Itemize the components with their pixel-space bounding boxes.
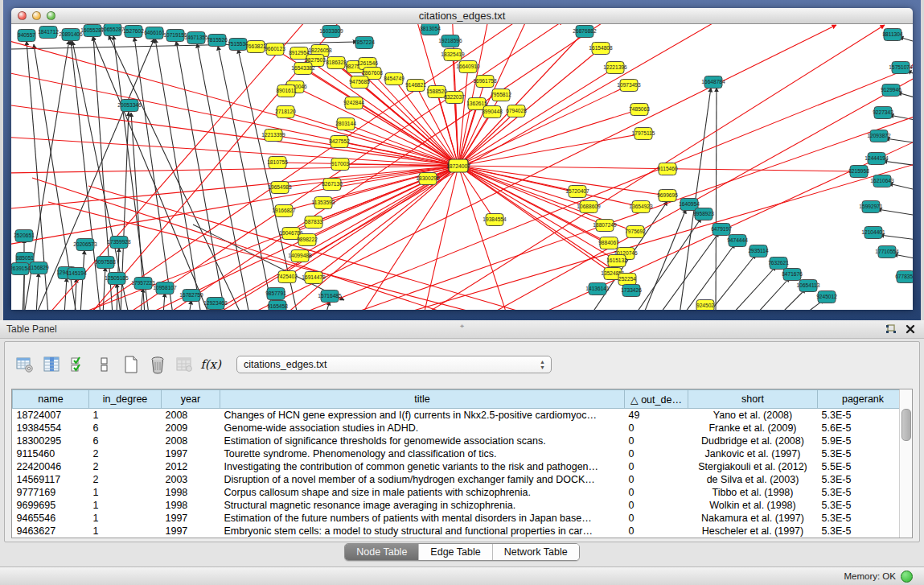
table-cell[interactable]: Franke et al. (2009): [688, 422, 818, 435]
graph-node[interactable]: 9242844: [343, 97, 364, 109]
graph-node[interactable]: 6479197: [711, 224, 732, 236]
table-cell[interactable]: de Silva et al. (2003): [688, 473, 818, 486]
tab-network-table[interactable]: Network Table: [492, 544, 579, 560]
graph-node[interactable]: 8811304: [882, 29, 903, 41]
table-cell[interactable]: Embryonic stem cells: a model to study s…: [220, 525, 625, 538]
graph-node[interactable]: 10958107: [153, 282, 177, 295]
column-header-pagerank[interactable]: pagerank: [818, 390, 909, 409]
graph-node[interactable]: 10655287: [101, 24, 125, 36]
graph-node[interactable]: 7485063: [629, 104, 650, 116]
graph-node[interactable]: 18807249: [593, 220, 617, 232]
graph-node[interactable]: 13654923: [629, 201, 653, 213]
delete-table-icon[interactable]: [172, 352, 196, 377]
table-cell[interactable]: 1: [89, 499, 162, 512]
table-cell[interactable]: 49: [625, 409, 688, 422]
table-row[interactable]: 1938455462009Genome-wide association stu…: [13, 422, 909, 435]
table-cell[interactable]: Structural magnetic resonance image aver…: [220, 499, 625, 512]
new-table-icon[interactable]: [119, 352, 143, 377]
graph-node[interactable]: 16648784: [701, 76, 725, 89]
table-scrollbar[interactable]: [899, 389, 912, 538]
graph-node[interactable]: 587833: [305, 216, 322, 229]
graph-node[interactable]: 15720407: [565, 186, 589, 198]
graph-node[interactable]: 8471676: [782, 269, 803, 281]
graph-node[interactable]: 12505185: [105, 273, 129, 285]
graph-node[interactable]: 12221396: [603, 62, 627, 74]
table-cell[interactable]: Wolkin et al. (1998): [688, 499, 818, 512]
graph-node[interactable]: 16782759: [179, 290, 203, 302]
graph-node[interactable]: 1733426: [621, 285, 642, 297]
unselect-all-icon[interactable]: [92, 352, 117, 377]
table-cell[interactable]: Disruption of a novel member of a sodium…: [220, 473, 625, 486]
graph-node[interactable]: 8427552: [329, 136, 350, 148]
table-row[interactable]: 969969511998Structural magnetic resonanc…: [13, 499, 909, 512]
graph-node[interactable]: 9115460: [657, 163, 678, 175]
table-cell[interactable]: 0: [625, 473, 688, 486]
table-cell[interactable]: 1997: [162, 525, 220, 538]
graph-node[interactable]: 20891406: [59, 29, 83, 41]
column-header-short[interactable]: short: [688, 390, 818, 409]
graph-node[interactable]: 2803144: [335, 118, 356, 130]
graph-node[interactable]: 9227343: [873, 107, 893, 119]
select-all-icon[interactable]: [66, 352, 90, 377]
table-cell[interactable]: 5.3E-5: [818, 499, 909, 512]
graph-node[interactable]: 17710554: [875, 246, 899, 258]
table-cell[interactable]: 1997: [162, 512, 220, 525]
table-cell[interactable]: 5.9E-5: [818, 435, 909, 447]
graph-node[interactable]: 1527602: [123, 26, 144, 38]
table-settings-icon[interactable]: [13, 352, 37, 377]
table-cell[interactable]: 5.3E-5: [818, 525, 909, 538]
zoom-window-button[interactable]: [47, 11, 55, 20]
graph-node[interactable]: 19384554: [483, 214, 507, 226]
graph-node[interactable]: 8990448: [482, 106, 503, 118]
table-row[interactable]: 2242004622012Investigating the contribut…: [13, 460, 909, 473]
table-cell[interactable]: 9699695: [13, 499, 89, 512]
table-cell[interactable]: 18724007: [13, 409, 89, 422]
graph-node[interactable]: 8958923: [693, 208, 714, 220]
graph-node[interactable]: 9857791: [265, 288, 286, 300]
graph-node[interactable]: 1810755: [267, 157, 288, 169]
graph-node[interactable]: 9097588: [95, 257, 116, 269]
graph-node[interactable]: 10654113: [797, 280, 820, 292]
close-panel-icon[interactable]: [903, 323, 918, 336]
panel-resize-handle[interactable]: ⌖: [460, 322, 464, 331]
graph-node[interactable]: 2935114: [748, 245, 769, 257]
graph-node[interactable]: 20053346: [117, 100, 142, 112]
graph-node[interactable]: 15716485: [318, 290, 342, 303]
table-row[interactable]: 946554611997Estimation of the future num…: [13, 512, 909, 525]
graph-node[interactable]: 924502: [696, 300, 714, 311]
memory-status-indicator[interactable]: [901, 571, 913, 583]
graph-node[interactable]: 14136141: [585, 283, 610, 295]
graph-node[interactable]: 19218596: [438, 35, 462, 47]
table-cell[interactable]: Investigating the contribution of common…: [220, 460, 625, 473]
table-cell[interactable]: Tourette syndrome. Phenomenology and cla…: [220, 447, 625, 460]
graph-node[interactable]: 9129946: [881, 84, 901, 97]
table-cell[interactable]: 2003: [162, 473, 220, 486]
network-window-titlebar[interactable]: citations_edges.txt: [11, 8, 913, 24]
table-cell[interactable]: 14569117: [13, 473, 89, 486]
table-cell[interactable]: 1: [89, 486, 162, 499]
table-cell[interactable]: 19384554: [13, 422, 89, 435]
tab-node-table[interactable]: Node Table: [345, 544, 418, 560]
table-cell[interactable]: 2: [89, 473, 162, 486]
table-cell[interactable]: 2008: [162, 435, 220, 447]
table-cell[interactable]: 5.3E-5: [818, 512, 909, 525]
graph-node[interactable]: 940557: [18, 30, 35, 42]
table-row[interactable]: 977716911998Corpus callosum shape and si…: [13, 486, 909, 499]
table-cell[interactable]: Changes of HCN gene expression and I(f) …: [220, 409, 625, 422]
graph-node[interactable]: 10973493: [617, 80, 641, 92]
table-cell[interactable]: Estimation of significance thresholds fo…: [220, 435, 625, 447]
table-cell[interactable]: 6: [89, 435, 162, 447]
table-row[interactable]: 1872400712008Changes of HCN gene express…: [13, 409, 909, 422]
graph-node[interactable]: 9474444: [727, 235, 748, 247]
graph-node[interactable]: 16961758: [473, 76, 497, 88]
table-cell[interactable]: 5.3E-5: [818, 447, 909, 460]
graph-node[interactable]: 17975115: [632, 128, 655, 140]
minimize-window-button[interactable]: [32, 11, 41, 20]
graph-node[interactable]: 917003: [331, 159, 349, 171]
graph-node[interactable]: 9884067: [598, 237, 619, 249]
table-cell[interactable]: 9465546: [13, 512, 89, 525]
graph-node[interactable]: 8813054: [420, 24, 441, 35]
graph-node[interactable]: 19654983: [268, 182, 292, 194]
graph-node[interactable]: 2520651: [14, 230, 35, 242]
graph-node[interactable]: 7663822: [245, 41, 266, 53]
